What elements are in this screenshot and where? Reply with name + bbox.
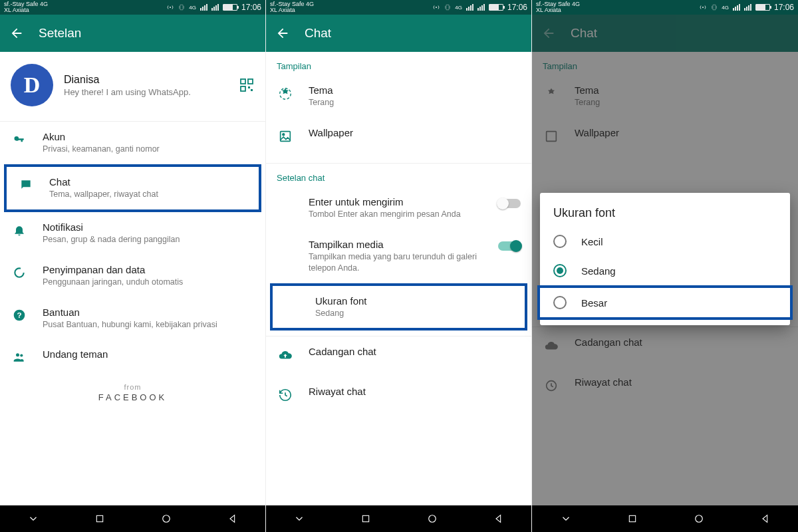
- nav-home-icon[interactable]: [693, 513, 705, 525]
- item-title: Penyimpanan dan data: [43, 264, 255, 275]
- vibrate-icon: [178, 3, 185, 11]
- chat-item-history[interactable]: Riwayat chat: [532, 367, 798, 407]
- chat-item-font-size[interactable]: Ukuran fontSedang: [273, 286, 525, 329]
- chat-item-theme[interactable]: TemaTerang: [266, 75, 531, 118]
- qr-icon[interactable]: [239, 77, 255, 93]
- settings-item-help[interactable]: ? BantuanPusat Bantuan, hubungi kami, ke…: [0, 297, 265, 340]
- chat-item-enter-send[interactable]: Enter untuk mengirimTombol Enter akan me…: [266, 187, 531, 229]
- nav-recent-icon[interactable]: [360, 513, 371, 524]
- status-time: 17:06: [241, 3, 261, 12]
- profile-status: Hey there! I am using WhatsApp.: [64, 87, 228, 97]
- item-title: Ukuran font: [315, 295, 514, 307]
- chat-icon: [17, 176, 35, 192]
- font-option-medium[interactable]: Sedang: [540, 256, 790, 285]
- status-carrier-sub: XL Axiata: [4, 7, 48, 13]
- status-bar: sf.-Stay Safe 4GXL Axiata 4G 17:06: [0, 0, 265, 15]
- nav-home-icon[interactable]: [160, 513, 172, 525]
- signal-icon: [733, 4, 740, 11]
- signal-icon-2: [211, 4, 219, 11]
- item-sub: Sedang: [315, 308, 514, 319]
- chat-item-wallpaper[interactable]: Wallpaper: [532, 118, 798, 158]
- font-option-small[interactable]: Kecil: [540, 227, 790, 256]
- highlight-chat: ChatTema, wallpaper, riwayat chat: [4, 164, 261, 212]
- settings-item-notifications[interactable]: NotifikasiPesan, grup & nada dering pang…: [0, 212, 265, 255]
- item-sub: Terang: [309, 97, 521, 108]
- vibrate-icon: [444, 3, 451, 11]
- svg-rect-12: [96, 515, 102, 521]
- signal-icon: [466, 4, 473, 11]
- page-title: Setelan: [39, 26, 81, 41]
- nav-back-icon[interactable]: [227, 513, 238, 524]
- screen-font-dialog: sf.-Stay Safe 4GXL Axiata 4G 17:06 Chat …: [532, 0, 798, 532]
- font-option-large[interactable]: Besar: [540, 288, 790, 317]
- battery-icon: [489, 4, 503, 11]
- chat-item-backup[interactable]: Cadangan chat: [266, 336, 531, 376]
- settings-item-chat[interactable]: ChatTema, wallpaper, riwayat chat: [7, 167, 259, 209]
- section-chat-settings: Setelan chat: [266, 164, 531, 187]
- nav-down-icon[interactable]: [27, 513, 39, 525]
- item-title: Akun: [43, 131, 255, 142]
- screen-chat-settings: sf.-Stay Safe 4GXL Axiata 4G 17:06 Chat …: [266, 0, 532, 532]
- toggle-show-media[interactable]: [498, 241, 521, 251]
- svg-rect-22: [713, 5, 716, 10]
- page-title: Chat: [305, 26, 331, 41]
- item-sub: Privasi, keamanan, ganti nomor: [43, 144, 255, 155]
- app-bar: Setelan: [0, 15, 265, 52]
- nav-home-icon[interactable]: [426, 513, 438, 525]
- chat-item-show-media[interactable]: Tampilkan mediaTampilkan media yang baru…: [266, 229, 531, 283]
- chat-item-history[interactable]: Riwayat chat: [266, 376, 531, 416]
- screen-settings: sf.-Stay Safe 4GXL Axiata 4G 17:06 Setel…: [0, 0, 266, 532]
- hotspot-icon: [166, 3, 174, 11]
- nav-down-icon[interactable]: [293, 513, 305, 525]
- svg-point-13: [163, 515, 170, 523]
- svg-text:?: ?: [17, 311, 21, 319]
- svg-point-26: [695, 515, 702, 523]
- section-display: Tampilan: [532, 52, 798, 75]
- item-title: Cadangan chat: [309, 346, 521, 357]
- back-icon[interactable]: [275, 26, 290, 41]
- item-title: Bantuan: [43, 307, 255, 318]
- back-icon[interactable]: [9, 26, 24, 41]
- status-network: 4G: [189, 5, 196, 11]
- wallpaper-icon: [277, 127, 294, 144]
- item-sub: Pusat Bantuan, hubungi kami, kebijakan p…: [43, 319, 255, 331]
- bell-icon: [11, 221, 28, 237]
- profile-row[interactable]: D Dianisa Hey there! I am using WhatsApp…: [0, 52, 265, 121]
- theme-icon: [277, 84, 294, 101]
- avatar: D: [11, 64, 53, 106]
- item-title: Notifikasi: [43, 221, 255, 233]
- nav-recent-icon[interactable]: [627, 513, 638, 524]
- nav-back-icon[interactable]: [760, 513, 771, 524]
- help-icon: ?: [11, 307, 28, 322]
- nav-recent-icon[interactable]: [94, 513, 105, 524]
- chat-item-backup[interactable]: Cadangan chat: [532, 327, 798, 367]
- status-bar: sf.-Stay Safe 4GXL Axiata 4G 17:06: [266, 0, 531, 15]
- wallpaper-icon: [543, 127, 560, 144]
- settings-item-account[interactable]: AkunPrivasi, keamanan, ganti nomor: [0, 122, 265, 164]
- svg-rect-4: [241, 86, 245, 91]
- item-sub: Penggunaan jaringan, unduh otomatis: [43, 277, 255, 288]
- svg-rect-17: [281, 132, 291, 142]
- settings-item-invite[interactable]: Undang teman: [0, 339, 265, 379]
- highlight-font-size: Ukuran fontSedang: [270, 283, 527, 331]
- item-title: Chat: [49, 176, 248, 188]
- nav-back-icon[interactable]: [493, 513, 504, 524]
- item-title: Tema: [309, 84, 521, 96]
- highlight-large: Besar: [537, 285, 793, 320]
- signal-icon-2: [744, 4, 751, 11]
- chat-item-theme[interactable]: TemaTerang: [532, 75, 798, 118]
- footer-brand: FACEBOOK: [0, 391, 265, 409]
- svg-rect-2: [241, 79, 245, 84]
- chat-item-wallpaper[interactable]: Wallpaper: [266, 118, 531, 158]
- item-title: Tampilkan media: [309, 239, 483, 250]
- item-sub: Tombol Enter akan mengirim pesan Anda: [309, 209, 483, 220]
- svg-rect-25: [629, 515, 635, 521]
- item-sub: Tampilkan media yang baru terunduh di ga…: [309, 251, 483, 274]
- item-sub: Tema, wallpaper, riwayat chat: [49, 189, 248, 200]
- nav-down-icon[interactable]: [560, 513, 572, 525]
- toggle-enter-send[interactable]: [498, 199, 521, 208]
- back-icon[interactable]: [541, 26, 556, 41]
- cloud-upload-icon: [543, 336, 560, 353]
- settings-item-storage[interactable]: Penyimpanan dan dataPenggunaan jaringan,…: [0, 255, 265, 297]
- signal-icon-2: [477, 4, 485, 11]
